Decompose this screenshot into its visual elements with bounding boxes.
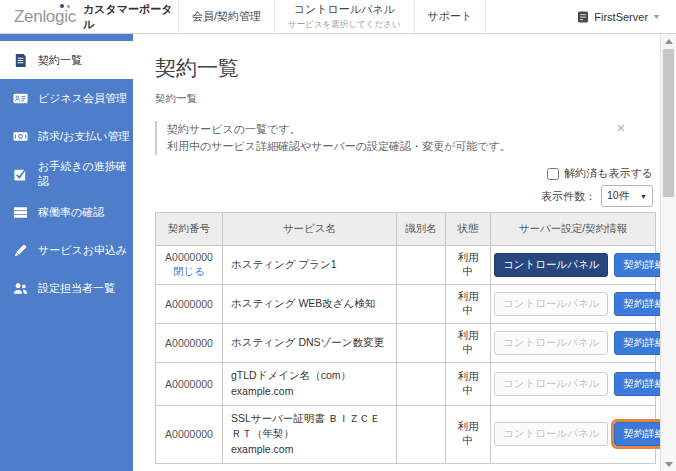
identifier-cell — [397, 363, 446, 406]
per-page-label: 表示件数： — [541, 189, 596, 204]
check-square-icon — [13, 167, 28, 182]
status-cell: 利用中 — [446, 405, 491, 463]
col-header-service: サービス名 — [223, 213, 397, 246]
notice-line2: 利用中のサービス詳細確認やサーバーの設定確認・変更が可能です。 — [167, 138, 647, 155]
sidebar-item-admin-list[interactable]: 設定担当者一覧 — [0, 269, 133, 307]
brand: Zenlogic カスタマーポータル — [0, 0, 178, 33]
main-content: 契約一覧 契約一覧 契約サービスの一覧です。 利用中のサービス詳細確認やサーバー… — [133, 34, 660, 471]
contract-detail-button-highlighted[interactable]: 契約詳細 — [614, 422, 660, 446]
account-name: FirstServer — [594, 11, 648, 23]
sidebar-item-uptime[interactable]: 稼働率の確認 — [0, 193, 133, 231]
actions-cell: コントロールパネル 契約詳細 — [491, 405, 656, 463]
zenlogic-customer-portal: Zenlogic カスタマーポータル 会員/契約管理 コントロールパネル サービ… — [0, 0, 676, 471]
sidebar: 契約一覧 ビジネス会員管理 請求/お支払い管理 — [0, 34, 133, 471]
sidebar-item-billing-payment[interactable]: 請求/お支払い管理 — [0, 117, 133, 155]
contract-no-cell: A0000000 — [156, 405, 223, 463]
service-domain: example.com — [231, 384, 388, 400]
close-icon[interactable]: × — [617, 121, 625, 135]
zenlogic-logo: Zenlogic — [14, 8, 76, 25]
table-row: A0000000 ホスティング WEB改ざん検知 利用中 コントロールパネル 契… — [156, 285, 656, 324]
status-cell: 利用中 — [446, 363, 491, 406]
scrollbar-thumb[interactable] — [663, 49, 674, 197]
table-row: A0000000 gTLDドメイン名（com） example.com 利用中 … — [156, 363, 656, 406]
sidebar-item-service-application[interactable]: サービスお申込み — [0, 231, 133, 269]
header-nav: 会員/契約管理 コントロールパネル サービスを選択してください サポート — [178, 0, 486, 33]
contract-no-cell: A0000000 — [156, 363, 223, 406]
col-header-status: 状態 — [446, 213, 491, 246]
nav-member-contract[interactable]: 会員/契約管理 — [178, 0, 274, 33]
page-title: 契約一覧 — [155, 54, 655, 82]
col-header-identifier: 識別名 — [397, 213, 446, 246]
status-cell: 利用中 — [446, 285, 491, 324]
service-cell: ホスティング WEB改ざん検知 — [223, 285, 397, 324]
identifier-cell — [397, 405, 446, 463]
contract-detail-button[interactable]: 契約詳細 — [614, 372, 660, 396]
scrollbar-down-icon[interactable] — [661, 457, 676, 471]
actions-cell: コントロールパネル 契約詳細 — [491, 363, 656, 406]
service-cell: ホスティング DNSゾーン数変更 — [223, 324, 397, 363]
table-row: A0000000 閉じる ホスティング プラン1 利用中 コントロールパネル 契… — [156, 246, 656, 285]
contract-detail-button[interactable]: 契約詳細 — [614, 292, 660, 316]
control-panel-button-disabled: コントロールパネル — [494, 422, 608, 446]
top-header: Zenlogic カスタマーポータル 会員/契約管理 コントロールパネル サービ… — [0, 0, 676, 34]
collapse-link[interactable]: 閉じる — [164, 265, 214, 279]
actions-cell: コントロールパネル 契約詳細 — [491, 285, 656, 324]
breadcrumb: 契約一覧 — [155, 92, 655, 106]
account-menu[interactable]: FirstServer ▼ — [577, 0, 676, 33]
status-cell: 利用中 — [446, 246, 491, 285]
actions-cell: コントロールパネル 契約詳細 — [491, 324, 656, 363]
table-row: A0000000 ホスティング DNSゾーン数変更 利用中 コントロールパネル … — [156, 324, 656, 363]
actions-cell: コントロールパネル 契約詳細 — [491, 246, 656, 285]
vertical-scrollbar[interactable] — [660, 34, 676, 471]
table-header-row: 契約番号 サービス名 識別名 状態 サーバー設定/契約情報 — [156, 213, 656, 246]
contracts-table: 契約番号 サービス名 識別名 状態 サーバー設定/契約情報 A0000000 閉… — [155, 212, 656, 464]
show-cancelled-row: 解約済も表示する — [547, 166, 653, 181]
sidebar-item-procedure-progress[interactable]: お手続きの進捗確認 — [0, 155, 133, 193]
scrollbar-up-icon[interactable] — [661, 34, 676, 48]
control-panel-button-disabled: コントロールパネル — [494, 292, 608, 316]
contract-no-cell: A0000000 — [156, 324, 223, 363]
identifier-cell — [397, 324, 446, 363]
show-cancelled-checkbox[interactable] — [547, 168, 559, 180]
status-cell: 利用中 — [446, 324, 491, 363]
id-card-icon — [13, 91, 28, 106]
notice-line1: 契約サービスの一覧です。 — [167, 121, 647, 138]
pen-icon — [13, 243, 28, 258]
sidebar-item-contract-list[interactable]: 契約一覧 — [0, 41, 133, 79]
service-cell: gTLDドメイン名（com） example.com — [223, 363, 397, 406]
col-header-actions: サーバー設定/契約情報 — [491, 213, 656, 246]
service-cell: ホスティング プラン1 — [223, 246, 397, 285]
service-domain: example.com — [231, 442, 388, 458]
contract-no-cell: A0000000 閉じる — [156, 246, 223, 285]
chevron-down-icon: ▼ — [652, 13, 661, 20]
document-icon — [13, 53, 28, 68]
chevron-down-icon: ▼ — [640, 193, 647, 200]
per-page-row: 表示件数： 10件 ▼ — [541, 185, 653, 207]
control-panel-button[interactable]: コントロールパネル — [494, 253, 608, 277]
notice-box: 契約サービスの一覧です。 利用中のサービス詳細確認やサーバーの設定確認・変更が可… — [155, 121, 647, 155]
contract-detail-button[interactable]: 契約詳細 — [614, 253, 660, 277]
per-page-select[interactable]: 10件 ▼ — [601, 185, 653, 207]
contract-no-cell: A0000000 — [156, 285, 223, 324]
filters-top: 解約済も表示する 表示件数： 10件 ▼ — [155, 166, 655, 207]
sidebar-item-business-members[interactable]: ビジネス会員管理 — [0, 79, 133, 117]
nav-support[interactable]: サポート — [414, 0, 487, 33]
server-icon — [13, 205, 28, 220]
service-cell: SSLサーバー証明書 ＢＩＺＣＥＲＴ（年契） example.com — [223, 405, 397, 463]
contract-detail-button[interactable]: 契約詳細 — [614, 331, 660, 355]
people-icon — [13, 281, 28, 296]
control-panel-button-disabled: コントロールパネル — [494, 331, 608, 355]
identifier-cell — [397, 246, 446, 285]
col-header-contract-no: 契約番号 — [156, 213, 223, 246]
identifier-cell — [397, 285, 446, 324]
nav-control-panel[interactable]: コントロールパネル サービスを選択してください — [274, 0, 414, 33]
portal-label: カスタマーポータル — [83, 2, 178, 32]
table-row: A0000000 SSLサーバー証明書 ＢＩＺＣＥＲＴ（年契） example.… — [156, 405, 656, 463]
control-panel-button-disabled: コントロールパネル — [494, 372, 608, 396]
payment-icon — [13, 129, 28, 144]
server-account-icon — [577, 11, 589, 23]
